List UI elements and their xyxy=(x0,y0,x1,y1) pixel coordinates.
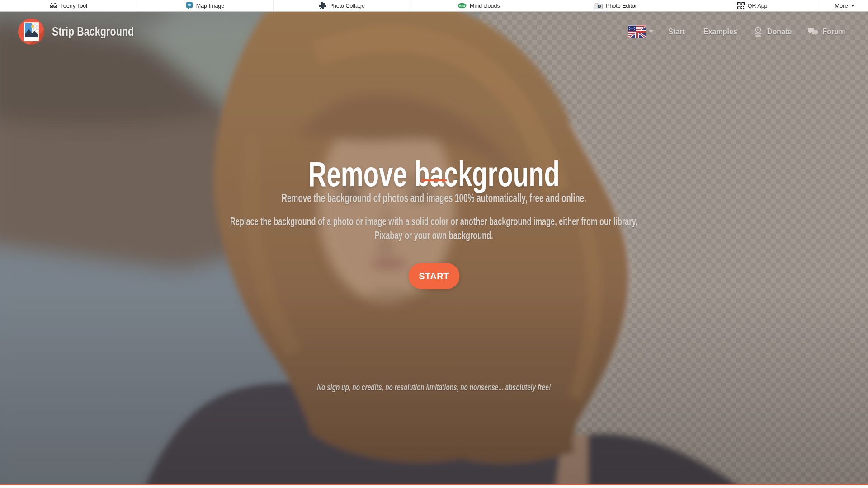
app-bar-more-button[interactable]: More xyxy=(821,0,868,11)
start-button[interactable]: START xyxy=(409,263,460,289)
app-bar-item-qr-app[interactable]: QR App xyxy=(684,0,821,11)
free-note-text: No sign up, no credits, no resolution li… xyxy=(0,382,868,393)
more-label: More xyxy=(835,2,848,9)
mind-clouds-icon: Mind xyxy=(458,3,467,9)
main-nav: Start Examples $ Donate xyxy=(628,26,847,38)
app-bar-item-label: Photo Editor xyxy=(606,3,637,9)
app-bar-item-label: Photo Collage xyxy=(329,3,365,9)
qr-app-icon xyxy=(737,2,745,9)
nav-start[interactable]: Start xyxy=(667,27,686,37)
page-title: Remove background xyxy=(0,155,868,193)
site-header: Strip Background xyxy=(18,15,847,48)
svg-text:$: $ xyxy=(757,28,760,32)
caret-down-icon xyxy=(851,5,854,7)
nav-donate[interactable]: $ Donate xyxy=(754,27,794,37)
app-bar-item-label: Toony Tool xyxy=(61,3,88,9)
hero-lead-text: Remove the background of photos and imag… xyxy=(0,192,868,205)
next-section-edge xyxy=(0,485,868,488)
app-bar-item-label: Map Image xyxy=(196,3,225,9)
svg-text:MI: MI xyxy=(188,3,191,7)
hero-background-photo xyxy=(0,0,868,488)
app-bar-item-mind-clouds[interactable]: Mind Mind clouds xyxy=(410,0,547,11)
title-divider xyxy=(421,179,447,181)
site-title: Strip Background xyxy=(52,25,134,39)
toony-tool-icon xyxy=(49,2,57,9)
forum-chat-icon xyxy=(808,28,818,36)
app-bar-item-map-image[interactable]: MI Map Image xyxy=(137,0,274,11)
hero-description: Replace the background of a photo or ima… xyxy=(0,214,868,242)
map-image-icon: MI xyxy=(186,2,193,10)
donate-coin-icon: $ xyxy=(754,27,763,37)
nav-forum[interactable]: Forum xyxy=(808,27,847,37)
brand[interactable]: Strip Background xyxy=(18,19,155,45)
page: Toony Tool MI Map Image Ph xyxy=(0,0,868,488)
app-bar-item-photo-editor[interactable]: Photo Editor xyxy=(547,0,684,11)
app-bar-item-label: Mind clouds xyxy=(470,3,500,9)
app-bar-item-toony-tool[interactable]: Toony Tool xyxy=(0,0,137,11)
caret-down-icon xyxy=(649,30,653,33)
app-bar-item-label: QR App xyxy=(748,3,768,9)
photo-editor-icon xyxy=(594,3,603,9)
app-bar-item-photo-collage[interactable]: Photo Collage xyxy=(273,0,410,11)
svg-text:Mind: Mind xyxy=(459,5,465,7)
photo-collage-icon xyxy=(319,2,326,9)
app-bar: Toony Tool MI Map Image Ph xyxy=(0,0,868,12)
us-uk-flag-icon xyxy=(628,26,646,38)
language-selector[interactable] xyxy=(628,26,653,38)
strip-background-logo-icon xyxy=(18,19,44,45)
nav-examples[interactable]: Examples xyxy=(700,27,741,37)
